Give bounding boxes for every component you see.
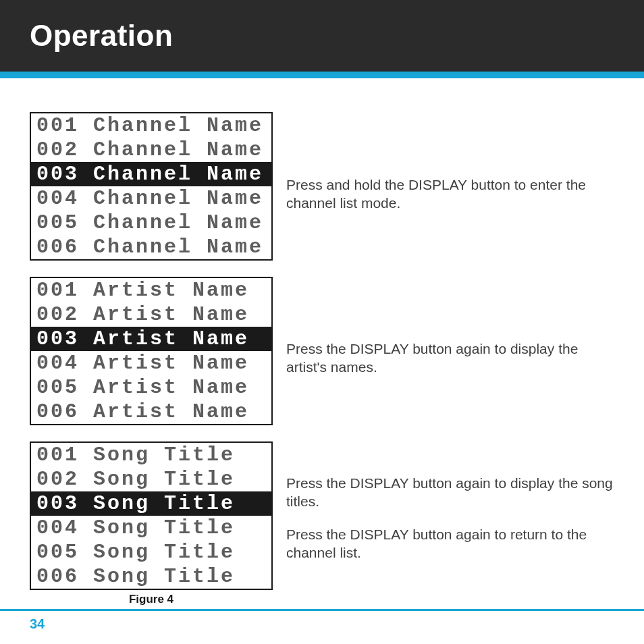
list-item-selected: 003 Song Title [31, 491, 271, 516]
accent-bar [0, 72, 644, 78]
lcd-column: 001 Channel Name 002 Channel Name 003 Ch… [30, 112, 273, 606]
list-item: 001 Song Title [31, 443, 271, 467]
list-item: 001 Channel Name [31, 113, 271, 138]
content-area: 001 Channel Name 002 Channel Name 003 Ch… [0, 78, 644, 606]
list-item: 004 Channel Name [31, 186, 271, 211]
list-item: 005 Artist Name [31, 375, 271, 400]
instruction-text: Press the DISPLAY button again to return… [286, 525, 614, 562]
list-item-selected: 003 Channel Name [31, 162, 271, 186]
list-item: 006 Artist Name [31, 400, 271, 424]
list-item: 004 Song Title [31, 516, 271, 540]
list-item: 006 Channel Name [31, 235, 271, 259]
list-item: 002 Channel Name [31, 138, 271, 162]
footer-accent-line [0, 609, 644, 611]
lcd-screen-artists: 001 Artist Name 002 Artist Name 003 Arti… [30, 277, 273, 425]
instruction-column: Press and hold the DISPLAY button to ent… [286, 112, 614, 606]
list-item: 005 Channel Name [31, 211, 271, 235]
list-item: 005 Song Title [31, 540, 271, 564]
instruction-text: Press the DISPLAY button again to displa… [286, 474, 614, 510]
list-item: 006 Song Title [31, 564, 271, 589]
list-item: 002 Artist Name [31, 302, 271, 327]
page-number: 34 [0, 616, 644, 632]
list-item-selected: 003 Artist Name [31, 327, 271, 351]
lcd-screen-channels: 001 Channel Name 002 Channel Name 003 Ch… [30, 112, 273, 261]
list-item: 004 Artist Name [31, 351, 271, 375]
instruction-text: Press the DISPLAY button again to displa… [286, 340, 614, 376]
page-title: Operation [30, 19, 173, 53]
list-item: 001 Artist Name [31, 278, 271, 302]
page-header: Operation [0, 0, 644, 72]
page-footer: 34 [0, 609, 644, 632]
instruction-text: Press and hold the DISPLAY button to ent… [286, 176, 614, 212]
lcd-screen-songs: 001 Song Title 002 Song Title 003 Song T… [30, 441, 273, 590]
figure-caption: Figure 4 [30, 593, 273, 606]
list-item: 002 Song Title [31, 467, 271, 491]
